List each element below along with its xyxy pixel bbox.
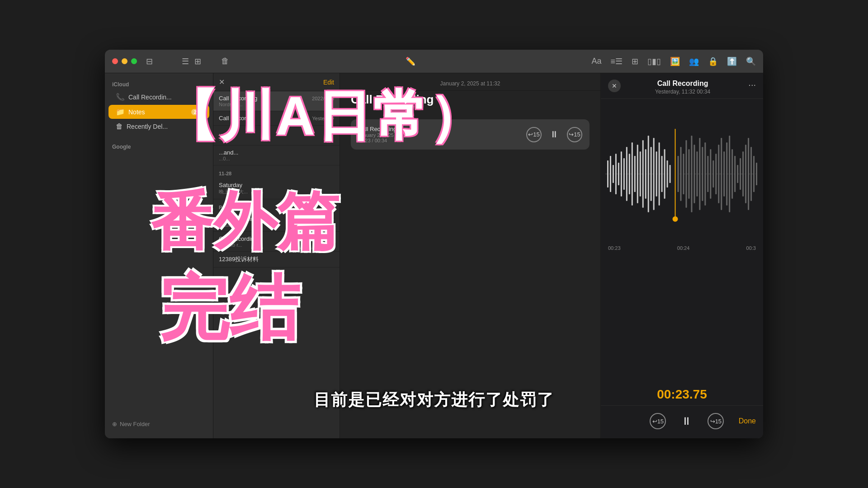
sidebar-call-recording-label: Call Recordin... — [128, 94, 202, 101]
svg-rect-30 — [683, 154, 684, 194]
waveform-subtitle: Yesterday, 11:32 00:34 — [621, 89, 745, 95]
done-button[interactable]: Done — [739, 417, 756, 425]
audio-card-title: Call Recording — [358, 126, 521, 132]
sidebar-toggle-button[interactable]: ⊟ — [146, 56, 153, 66]
format-icon[interactable]: ≡☰ — [611, 56, 623, 66]
waveform-title: Call Recording — [621, 80, 745, 88]
skip-back-15-waveform-button[interactable]: ↩15 — [650, 413, 666, 429]
note-detail-content[interactable]: Call Recording January 2, 2025 at 1... 0… — [340, 112, 600, 438]
delete-toolbar-icon[interactable]: ✕ — [219, 78, 225, 86]
svg-rect-34 — [693, 145, 695, 203]
svg-rect-56 — [753, 156, 755, 192]
audio-card-date: January 2, 2025 at 1... — [358, 132, 521, 138]
notes-list: ✕ Edit Call Recording 2022/9/20 Nordschl… — [213, 73, 340, 438]
sidebar-item-call-recording[interactable]: 📞 Call Recordin... — [108, 90, 209, 104]
new-folder-button[interactable]: ⊕ New Folder — [112, 421, 206, 427]
plus-circle-icon: ⊕ — [112, 421, 117, 427]
svg-rect-6 — [618, 163, 619, 185]
svg-rect-15 — [642, 140, 644, 208]
note-title: ...and... — [219, 149, 238, 156]
svg-rect-32 — [688, 149, 689, 199]
svg-rect-23 — [664, 149, 665, 199]
note-title: Call Recording — [219, 95, 257, 102]
delete-button[interactable]: 🗑 — [221, 56, 229, 66]
more-options-button[interactable]: ··· — [748, 80, 756, 90]
minimize-button[interactable] — [122, 58, 127, 64]
svg-rect-53 — [745, 145, 746, 203]
icloud-label: iCloud — [105, 79, 213, 89]
sidebar-item-notes[interactable]: 📁 Notes 23 — [108, 105, 209, 119]
skip-forward-15-waveform-button[interactable]: ↪15 — [708, 413, 724, 429]
edit-label[interactable]: Edit — [323, 79, 334, 86]
pause-waveform-button[interactable]: ⏸ — [677, 411, 697, 431]
audio-waveform-icon[interactable]: ▯▮▯ — [647, 56, 661, 66]
waveform-area[interactable]: 00:23 00:24 00:3 — [601, 99, 763, 384]
note-title: Saturday — [219, 182, 242, 188]
svg-rect-4 — [613, 165, 614, 183]
note-item-call-recording-1[interactable]: Call Recording 2022/9/20 Nordschl... — [213, 91, 340, 111]
main-window: ⊟ ☰ ⊞ 🗑 ✏️ Aa ≡☰ ⊞ ▯▮▯ 🖼️ 👥 🔒 ⬆️ 🔍 iClou… — [105, 50, 763, 438]
svg-rect-47 — [729, 136, 730, 212]
svg-rect-44 — [721, 138, 722, 210]
font-icon[interactable]: Aa — [591, 56, 601, 66]
compose-button[interactable]: ✏️ — [406, 56, 415, 66]
note-item-12389[interactable]: 12389投诉材料 — [213, 252, 340, 267]
note-detail-title: Call Recording — [340, 93, 600, 112]
svg-rect-21 — [659, 142, 660, 206]
svg-rect-7 — [621, 151, 622, 197]
notes-scroll[interactable]: Call Recording 2022/9/20 Nordschl... Cal… — [213, 91, 340, 438]
svg-rect-3 — [610, 156, 611, 192]
svg-rect-35 — [696, 151, 698, 197]
pause-button[interactable]: ⏸ — [547, 127, 561, 142]
collab-icon[interactable]: 👥 — [689, 56, 699, 66]
note-item-4[interactable]: ...and... ...0... — [213, 145, 340, 165]
svg-rect-8 — [623, 158, 625, 190]
note-date: 2024/12/25 — [309, 216, 334, 222]
sidebar-item-recently-deleted[interactable]: 🗑 Recently Del... — [108, 120, 209, 133]
current-time-display: 00:23.75 — [601, 384, 763, 405]
svg-rect-31 — [685, 140, 687, 208]
note-item-cr-dec24[interactable]: Call Recording 2024/12/24 1 audio r... — [213, 232, 340, 252]
svg-rect-50 — [737, 165, 738, 183]
time-labels: 00:23 00:24 00:3 — [601, 244, 763, 253]
audio-card-time: 00:23 / 00:34 — [358, 138, 521, 143]
waveform-footer: ↩15 ⏸ ↪15 Done — [601, 405, 763, 438]
skip-forward-15-button[interactable]: ↪15 — [567, 127, 582, 142]
svg-rect-57 — [756, 163, 757, 185]
svg-rect-46 — [726, 142, 727, 206]
share-icon[interactable]: ⬆️ — [727, 56, 737, 66]
note-item-3[interactable]: ... ...0... — [213, 126, 340, 145]
maximize-button[interactable] — [131, 58, 137, 64]
table-icon[interactable]: ⊞ — [632, 56, 638, 66]
svg-rect-38 — [704, 142, 706, 206]
svg-rect-16 — [645, 149, 646, 199]
note-item-saturday[interactable]: Saturday 晚上麋州大... — [213, 178, 340, 199]
svg-rect-45 — [723, 151, 725, 197]
note-item-call-recording-2[interactable]: Call Recor... Yesterday — [213, 111, 340, 126]
svg-rect-17 — [648, 136, 649, 212]
svg-rect-43 — [718, 145, 719, 203]
skip-back-15-button[interactable]: ↩15 — [526, 127, 542, 142]
time-label-0023: 00:23 — [608, 245, 621, 251]
search-icon[interactable]: 🔍 — [746, 56, 756, 66]
audio-card-info: Call Recording January 2, 2025 at 1... 0… — [358, 126, 521, 143]
notes-badge: 23 — [191, 109, 202, 115]
list-view-button[interactable]: ☰ — [182, 56, 189, 66]
sidebar: iCloud 📞 Call Recordin... 📁 Notes 23 🗑 R… — [105, 73, 213, 438]
note-title: Call Recor... — [219, 115, 251, 122]
note-date: Yesterday — [312, 116, 334, 121]
photo-icon[interactable]: 🖼️ — [670, 56, 680, 66]
close-button[interactable] — [112, 58, 118, 64]
waveform-header: ✕ Call Recording Yesterday, 11:32 00:34 … — [601, 73, 763, 99]
note-item-cr-dec25[interactable]: Call Recording 2024/12/25 1 audio r... — [213, 212, 340, 232]
grid-view-button[interactable]: ⊞ — [194, 56, 201, 66]
svg-rect-51 — [740, 158, 741, 190]
svg-rect-28 — [678, 156, 679, 192]
folder-icon: 📁 — [116, 108, 125, 116]
waveform-panel: ✕ Call Recording Yesterday, 11:32 00:34 … — [600, 73, 763, 438]
waveform-close-button[interactable]: ✕ — [608, 80, 621, 92]
lock-icon[interactable]: 🔒 — [708, 56, 718, 66]
note-title: ... — [219, 129, 224, 136]
svg-rect-12 — [634, 156, 636, 192]
note-detail-date: January 2, 2025 at 11:32 — [351, 80, 590, 87]
